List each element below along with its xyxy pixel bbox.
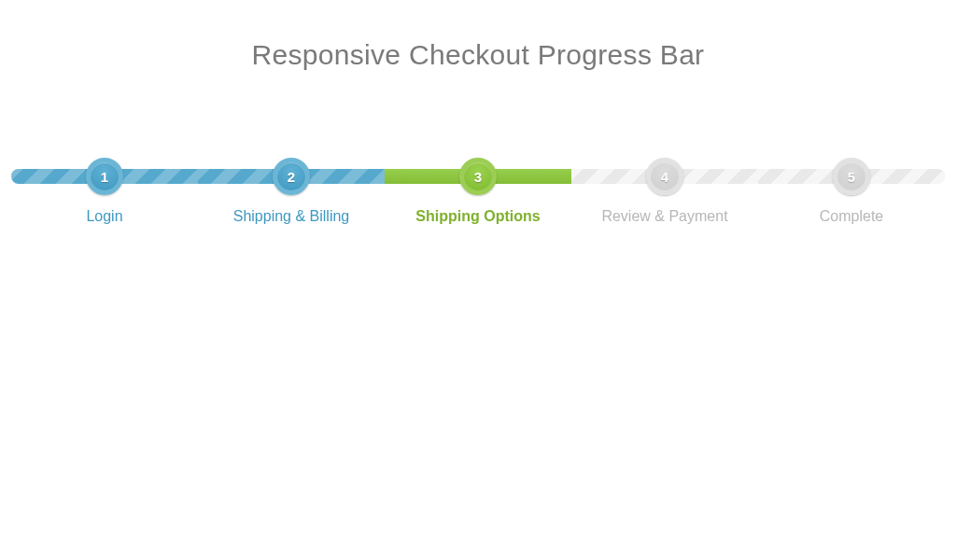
step-disc: 2	[273, 158, 310, 195]
step-disc: 4	[646, 158, 683, 195]
checkout-progress-bar: 1 Login 2 Shipping & Billing 3 Shipping …	[0, 169, 956, 253]
page-title: Responsive Checkout Progress Bar	[0, 39, 956, 71]
step-label: Complete	[820, 208, 883, 225]
step-label: Shipping & Billing	[233, 208, 350, 225]
step-label: Review & Payment	[601, 208, 727, 225]
step-label: Shipping Options	[415, 208, 540, 225]
step-label: Login	[86, 208, 122, 225]
step-disc: 5	[833, 158, 870, 195]
step-disc: 1	[86, 158, 123, 195]
step-disc: 3	[459, 158, 497, 195]
